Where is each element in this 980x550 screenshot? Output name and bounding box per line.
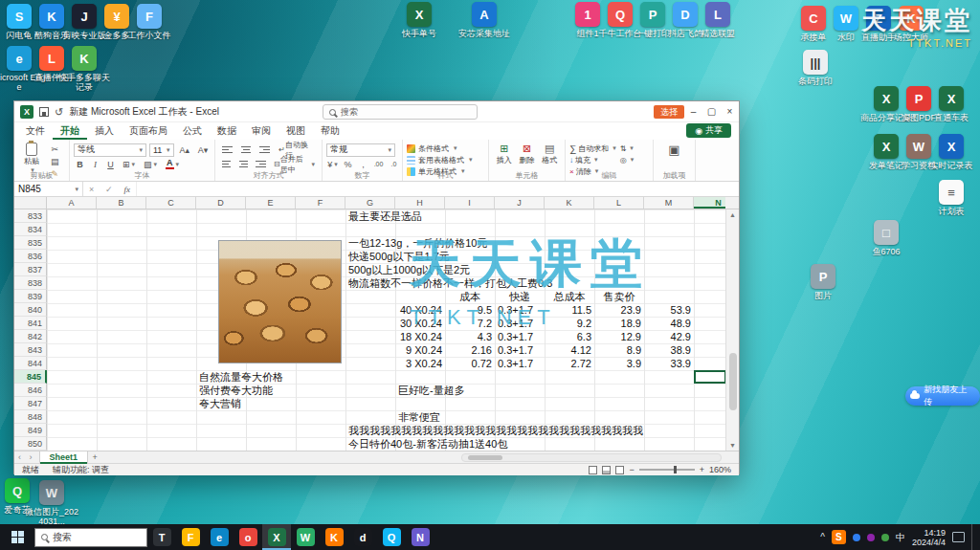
column-header[interactable]: H xyxy=(395,197,445,209)
column-header[interactable]: G xyxy=(345,197,395,209)
desktop-icon[interactable]: L 精选联盟 xyxy=(689,2,746,38)
sheet-cell[interactable]: 9.2 xyxy=(545,317,591,330)
desktop-icon[interactable]: K 快手多多聊天记录 xyxy=(56,46,113,92)
taskbar-icon-qq[interactable]: Q xyxy=(377,524,406,550)
clock[interactable]: 14:19 2024/4/4 xyxy=(912,528,946,547)
sheet-cell[interactable]: 4.12 xyxy=(545,343,591,357)
row-header[interactable]: 840 xyxy=(14,303,47,317)
italic-button[interactable]: I xyxy=(89,158,101,170)
fill-button[interactable]: ↓填充▾ xyxy=(569,154,616,165)
sheet-cell[interactable]: 42.9 xyxy=(644,330,691,343)
sheet-nav-arrows[interactable]: ‹ › xyxy=(14,452,39,462)
font-size-select[interactable]: 11▾ xyxy=(149,143,174,157)
zoom-level[interactable]: 160% xyxy=(709,465,731,474)
enter-formula-icon[interactable]: ✓ xyxy=(105,185,113,194)
cell-grid[interactable]: 最主要还是选品一包12-13g，一斤的价格10元快递500g以下是1.7元500… xyxy=(14,209,727,451)
column-header[interactable]: D xyxy=(196,197,246,209)
sheet-cell[interactable]: 4.3 xyxy=(445,330,492,343)
sheet-cell[interactable]: 40 X0.24 xyxy=(395,303,442,317)
sheet-cell[interactable]: 2.16 xyxy=(445,343,492,357)
sheet-cell[interactable]: 3.9 xyxy=(594,357,641,370)
copy-button[interactable]: ▤ xyxy=(48,155,62,167)
scroll-down-icon[interactable]: ▼ xyxy=(726,440,739,451)
ribbon-tab[interactable]: 公式 xyxy=(175,123,210,140)
normal-view-icon[interactable] xyxy=(589,466,597,474)
share-button[interactable]: ◉ 共享 xyxy=(686,123,731,138)
cut-button[interactable]: ✂ xyxy=(48,143,62,155)
column-header[interactable]: K xyxy=(545,197,594,209)
tray-security-icon[interactable] xyxy=(881,534,889,541)
desktop-icon[interactable]: □ 鱼6706 xyxy=(858,220,915,256)
row-header[interactable]: 850 xyxy=(14,437,47,451)
language-indicator[interactable]: 中 xyxy=(896,531,905,544)
column-header[interactable]: A xyxy=(47,197,97,209)
sort-filter-button[interactable]: ⇅▾ xyxy=(620,143,635,154)
page-layout-view-icon[interactable] xyxy=(602,466,611,474)
save-icon[interactable] xyxy=(39,107,49,117)
horizontal-scrollbar[interactable] xyxy=(461,453,722,462)
zoom-knob[interactable] xyxy=(674,466,677,473)
zoom-slider[interactable] xyxy=(639,469,695,471)
scroll-up-icon[interactable]: ▲ xyxy=(726,209,739,220)
conditional-formatting-button[interactable]: 条件格式▾ xyxy=(407,143,484,154)
sheet-cell[interactable]: 售卖价 xyxy=(594,290,644,303)
sheet-cell[interactable]: 11.5 xyxy=(545,303,591,317)
close-button[interactable]: × xyxy=(721,101,739,122)
row-header[interactable]: 844 xyxy=(14,357,47,370)
sheet-cell[interactable]: 8.9 xyxy=(594,343,641,357)
row-header[interactable]: 846 xyxy=(14,384,47,397)
notification-icon[interactable] xyxy=(952,532,965,542)
vertical-scroll-thumb[interactable] xyxy=(729,353,737,410)
sheet-cell[interactable]: 夸大营销 xyxy=(199,397,241,410)
selected-cell[interactable] xyxy=(694,370,726,384)
sheet-cell[interactable]: 7.2 xyxy=(445,317,492,330)
ribbon-tab[interactable]: 审阅 xyxy=(244,123,278,140)
row-header[interactable]: 834 xyxy=(14,223,47,236)
sheet-cell[interactable]: 0.3+1.7 xyxy=(498,330,533,343)
column-header[interactable]: M xyxy=(644,197,694,209)
sheet-tab[interactable]: Sheet1 xyxy=(39,451,89,464)
row-header[interactable]: 842 xyxy=(14,330,47,343)
autosum-button[interactable]: ∑自动求和▾ xyxy=(569,143,616,154)
fill-color-button[interactable]: ▨▾ xyxy=(141,158,160,170)
row-header[interactable]: 838 xyxy=(14,276,47,290)
shrink-font-button[interactable]: A▾ xyxy=(195,143,211,156)
taskbar-icon-kuaishou[interactable]: K xyxy=(320,524,348,550)
taskbar-icon-excel[interactable]: X xyxy=(262,524,291,550)
sheet-cell[interactable]: 38.9 xyxy=(644,343,691,357)
ribbon-tab[interactable]: 插入 xyxy=(87,123,122,140)
sheet-cell[interactable]: 成本 xyxy=(445,290,495,303)
delete-cells-button[interactable]: ⊠ 删除 xyxy=(516,143,539,165)
row-header[interactable]: 835 xyxy=(14,236,47,250)
zoom-out-icon[interactable]: − xyxy=(629,465,634,474)
sheet-cell[interactable]: 总成本 xyxy=(545,290,594,303)
start-button[interactable] xyxy=(0,524,34,550)
taskbar-icon-wechat[interactable]: W xyxy=(291,524,320,550)
sheet-cell[interactable]: 0.72 xyxy=(445,357,492,370)
sheet-cell[interactable]: 2.72 xyxy=(545,357,591,370)
underline-button[interactable]: U xyxy=(104,158,117,170)
sheet-cell[interactable]: 我我我我我我我我我我我我我我我我我我我我我我我我我我我我 xyxy=(348,424,643,437)
maximize-button[interactable]: ▢ xyxy=(702,101,721,122)
sheet-cell[interactable]: 0.3+1.7 xyxy=(498,343,533,357)
sheet-cell[interactable]: 快递 xyxy=(495,290,545,303)
sheet-cell[interactable]: 快递500g以下是1.7元 xyxy=(348,250,450,263)
sheet-cell[interactable]: 巨好吃-量超多 xyxy=(398,384,465,397)
sheet-cell[interactable]: 30 X0.24 xyxy=(395,317,442,330)
borders-button[interactable]: ⊞▾ xyxy=(120,158,138,170)
insert-function-icon[interactable]: fx xyxy=(124,185,131,194)
search-box[interactable]: 搜索 xyxy=(323,104,478,120)
sheet-cell[interactable]: 非常便宜 xyxy=(398,410,440,424)
sheet-cell[interactable]: 最主要还是选品 xyxy=(348,209,422,223)
column-header[interactable]: J xyxy=(495,197,545,209)
row-header[interactable]: 843 xyxy=(14,343,47,357)
sheet-cell[interactable]: 物流箱数不一样价格不一样，打包人工费0.3 xyxy=(348,276,552,290)
column-header[interactable]: C xyxy=(146,197,196,209)
desktop-icon[interactable]: ≡ 计划表 xyxy=(923,180,980,216)
align-bottom-button[interactable] xyxy=(256,143,273,156)
column-header[interactable]: E xyxy=(246,197,296,209)
desktop-icon[interactable]: F 工作小文件 xyxy=(121,4,178,40)
row-header[interactable]: 841 xyxy=(14,317,47,330)
format-cells-button[interactable]: ▤ 格式 xyxy=(538,143,561,165)
vertical-scrollbar[interactable]: ▲ ▼ xyxy=(725,209,739,451)
